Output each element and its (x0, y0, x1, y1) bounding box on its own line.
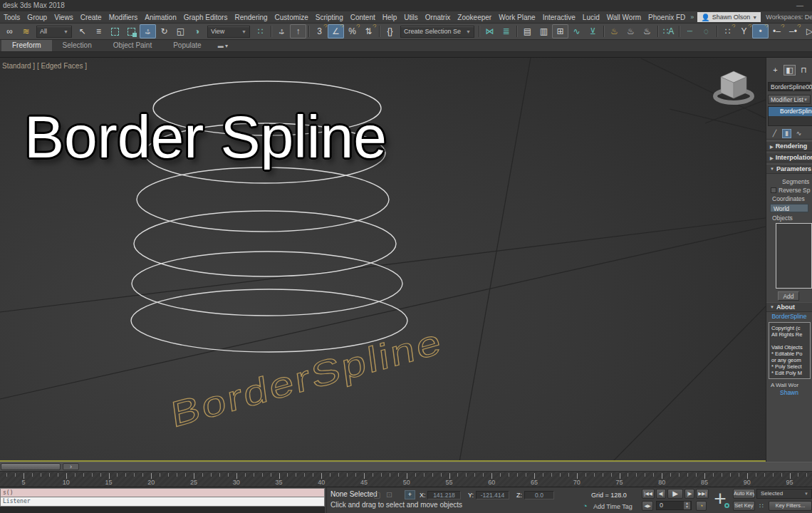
make-unique-icon[interactable]: ∿ (794, 129, 803, 138)
objects-listbox[interactable] (776, 223, 812, 289)
midpoint-snap-icon[interactable]: –•∩ (785, 24, 801, 38)
previous-frame-button[interactable]: ◀| (656, 489, 666, 499)
go-to-start-button[interactable]: |◀◀ (642, 489, 655, 499)
menu-item-utils[interactable]: Utils (400, 14, 421, 21)
menu-item-animation[interactable]: Animation (141, 14, 179, 21)
bone-snap-icon[interactable]: Y∩ (736, 24, 752, 38)
ground-text-spline[interactable]: BorderSpline (169, 321, 444, 435)
user-account-button[interactable]: 👤 Shawn Olson ▼ (697, 12, 761, 22)
view-cube[interactable] (715, 71, 752, 103)
frame-spinner[interactable]: ▲▼ (684, 502, 690, 509)
select-and-manipulate-icon[interactable]: ↔↕ (274, 24, 290, 38)
keyboard-shortcut-override-icon[interactable]: ↑ (290, 24, 306, 38)
ribbon-toggle-icon[interactable]: ⊞ (552, 24, 568, 38)
time-configuration-button[interactable]: ◔ (696, 501, 707, 511)
select-by-name-icon[interactable]: ≡ (90, 24, 107, 38)
align-icon[interactable]: ≣ (498, 24, 514, 38)
select-and-move-icon[interactable]: ↔↕ (140, 24, 156, 38)
layer-explorer-icon[interactable]: ▤ (519, 24, 536, 38)
rendered-frame-window-icon[interactable]: ♨ (623, 24, 639, 38)
maxscript-mini-listener-macro[interactable]: s() (0, 488, 325, 497)
rollout-about[interactable]: ▼ About (766, 302, 812, 312)
workspaces-selector[interactable]: Workspaces: Defa (761, 14, 812, 21)
key-set-dropdown[interactable]: Selected ▼ (756, 489, 812, 499)
key-mode-toggle-button[interactable]: ◀▶ (642, 501, 653, 511)
modifier-stack-entry[interactable]: BorderSpline (769, 107, 812, 116)
track-bar[interactable]: 5101520253035404550556065707580859095 (0, 472, 812, 487)
menu-item-ornatrix[interactable]: Ornatrix (422, 14, 454, 21)
menu-item-create[interactable]: Create (77, 14, 105, 21)
object-name-field[interactable]: BorderSpline001 (768, 82, 811, 91)
ribbon-tab-populate[interactable]: Populate (162, 40, 212, 51)
ribbon-tab-object-paint[interactable]: Object Paint (103, 40, 162, 51)
perspective-viewport[interactable]: BorderSpline Standard ] [ Edged Faces ] … (0, 58, 766, 462)
menu-item-interactive[interactable]: Interactive (539, 14, 579, 21)
dotted-circle-icon[interactable]: ◌ (698, 24, 714, 38)
bind-to-space-warp-icon[interactable]: ≋ (18, 24, 34, 38)
autogrid-icon[interactable]: ∷A (660, 24, 677, 38)
set-key-button[interactable]: Set Key (733, 501, 755, 511)
render-production-icon[interactable]: ♨ (639, 24, 655, 38)
vertex-snap-icon[interactable]: •∩ (752, 24, 769, 38)
reference-coordinate-system-dropdown[interactable]: View▼ (207, 26, 250, 38)
select-and-rotate-icon[interactable]: ↻ (156, 24, 172, 38)
coordinates-dropdown[interactable]: World (770, 204, 808, 212)
x-coordinate-field[interactable]: 141.218 (427, 491, 461, 499)
time-slider-track[interactable]: › (0, 462, 812, 472)
use-pivot-point-center-icon[interactable]: ∷ (252, 24, 269, 38)
curve-editor-icon[interactable]: ∿ (568, 24, 585, 38)
modifier-stack[interactable]: BorderSpline (768, 106, 812, 126)
menu-item-help[interactable]: Help (379, 14, 401, 21)
window-crossing-toggle-icon[interactable] (123, 24, 140, 38)
viewport-label[interactable]: Standard ] [ Edged Faces ] (2, 62, 87, 70)
face-snap-icon[interactable]: ▷∩ (801, 24, 812, 38)
rollout-interpolation[interactable]: ▶ Interpolation (766, 152, 812, 162)
z-coordinate-field[interactable]: 0.0 (524, 491, 554, 499)
named-selection-set-dropdown[interactable]: Create Selection Se▼ (400, 26, 474, 38)
create-tab[interactable]: + (769, 65, 781, 76)
set-keys-button[interactable]: + (709, 488, 732, 511)
menu-item-phoenix-fd[interactable]: Phoenix FD (645, 14, 689, 21)
edit-named-selection-sets-icon[interactable]: {} (382, 24, 398, 38)
menu-item-graph-editors[interactable]: Graph Editors (180, 14, 231, 21)
menu-item-rendering[interactable]: Rendering (231, 14, 271, 21)
menu-item-scripting[interactable]: Scripting (312, 14, 347, 21)
y-coordinate-field[interactable]: -121.414 (476, 491, 509, 499)
isolate-selection-icon[interactable]: ▢ (373, 490, 380, 499)
mirror-icon[interactable]: ⋈ (482, 24, 498, 38)
schematic-view-icon[interactable]: ⊻ (585, 24, 601, 38)
spinner-snap-toggle-icon[interactable]: ⇅∩ (360, 24, 377, 38)
rollout-rendering[interactable]: ▶ Rendering (766, 141, 812, 151)
ribbon-tab-freeform[interactable]: Freeform (1, 40, 52, 51)
pin-stack-icon[interactable]: ╱ (770, 129, 779, 138)
menu-item-lucid[interactable]: Lucid (579, 14, 603, 21)
modify-tab[interactable]: ◧ (784, 65, 796, 76)
grid-points-snap-icon[interactable]: ∷∩ (719, 24, 736, 38)
ribbon-display-dropdown[interactable]: ▬ ▾ (212, 40, 234, 51)
render-setup-icon[interactable]: ♨ (606, 24, 623, 38)
dotted-segment-icon[interactable]: ┈ (682, 24, 698, 38)
next-frame-button[interactable]: |▶ (685, 489, 694, 499)
play-animation-button[interactable]: ▶ (667, 489, 683, 499)
menu-item-tools[interactable]: Tools (0, 14, 24, 21)
current-frame-field[interactable]: 0 ▲▼ (656, 501, 692, 510)
angle-snap-toggle-icon[interactable]: ∠∩ (328, 24, 344, 38)
endpoint-snap-icon[interactable]: •–∩ (769, 24, 785, 38)
absolute-offset-mode-toggle[interactable]: + (405, 490, 415, 499)
reverse-spline-checkbox[interactable] (771, 187, 776, 193)
show-end-result-icon[interactable]: ▮ (782, 129, 791, 138)
scene-explorer-icon[interactable]: ▥ (536, 24, 552, 38)
menu-item-work-plane[interactable]: Work Plane (495, 14, 539, 21)
auto-key-button[interactable]: Auto Key (733, 489, 755, 499)
select-and-scale-icon[interactable]: ◱ (172, 24, 189, 38)
maxscript-mini-listener-input[interactable]: Listener (0, 497, 325, 507)
snaps-toggle-3d-icon[interactable]: 3∩ (311, 24, 328, 38)
time-slider-next-button[interactable]: › (63, 463, 79, 470)
menu-item-modifiers[interactable]: Modifiers (105, 14, 142, 21)
minimize-button[interactable]: — (796, 0, 803, 11)
percent-snap-toggle-icon[interactable]: %∩ (344, 24, 360, 38)
hierarchy-tab[interactable]: ⊓ (798, 65, 810, 76)
key-filter-mode-icon[interactable]: ∷ (756, 501, 766, 511)
plugin-home-link[interactable]: BorderSpline (766, 312, 812, 321)
menu-item-content[interactable]: Content (347, 14, 379, 21)
